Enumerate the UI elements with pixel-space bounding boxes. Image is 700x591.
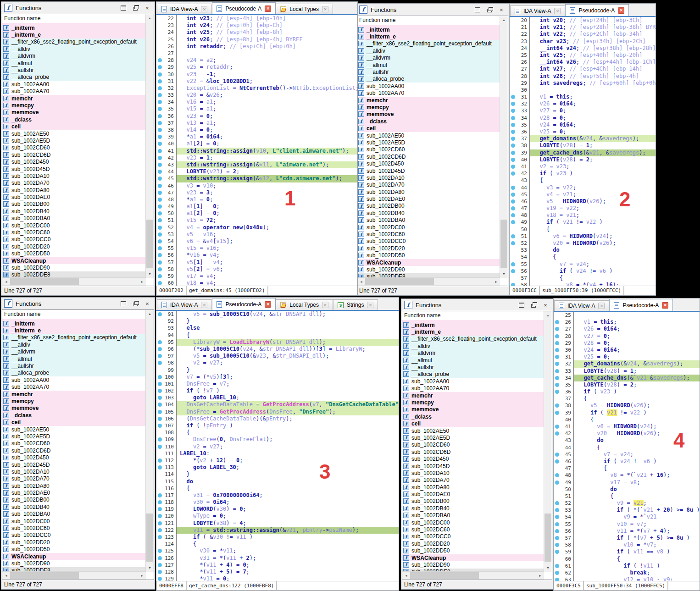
code-line[interactable]: 99 } (156, 367, 399, 374)
gutter[interactable]: 38 (156, 127, 177, 133)
function-row[interactable]: f__alldiv (357, 47, 500, 54)
gutter[interactable]: 43 (554, 437, 574, 444)
function-row[interactable]: fsub_1002DBA0 (357, 217, 500, 224)
code-line[interactable]: 32 ExceptionList = NtCurrentTeb()->NtTib… (156, 85, 357, 92)
float-button[interactable] (132, 300, 139, 307)
gutter[interactable]: 46 (554, 458, 574, 465)
breakpoint-dot-icon[interactable] (511, 199, 515, 204)
gutter[interactable]: 39 (554, 409, 574, 416)
code-line[interactable]: 26 __int64 v26; // [esp+44h] [ebp-1Ch] (510, 59, 656, 66)
gutter[interactable]: 56 (554, 528, 574, 535)
function-row[interactable]: fsub_1002DB40 (2, 208, 146, 215)
function-row[interactable]: fsub_1002DB00 (402, 498, 544, 505)
breakpoint-dot-icon[interactable] (158, 226, 162, 230)
code-line[interactable]: 56 *v16 = v4; (156, 252, 357, 259)
breakpoint-dot-icon[interactable] (158, 274, 162, 278)
gutter[interactable]: 38 (510, 142, 530, 149)
function-row[interactable]: fsub_1002DC00 (402, 519, 544, 526)
breakpoint-dot-icon[interactable] (511, 262, 515, 266)
function-row[interactable]: fsub_1002AE50 (402, 427, 544, 434)
gutter[interactable]: 113 (156, 464, 177, 471)
code-line[interactable]: 96 (*sub_10005C10(v24, &str_DNSAPI_dll))… (156, 346, 399, 353)
code-line[interactable]: 32 get_domains(&v24, &savedregs); (554, 360, 700, 367)
breakpoint-dot-icon[interactable] (158, 246, 162, 250)
gutter[interactable]: 25 (510, 52, 530, 59)
horizontal-scrollbar[interactable]: ◄ ► (2, 571, 146, 580)
code-line[interactable]: 58 v8 = *(v4 + 16); (510, 282, 656, 286)
code-line[interactable]: 95 LibraryW = LoadLibraryW(str_DNSAPI_dl… (156, 339, 399, 346)
breakpoint-dot-icon[interactable] (511, 116, 515, 120)
gutter[interactable]: 31 (510, 94, 530, 100)
breakpoint-dot-icon[interactable] (555, 341, 559, 345)
tab-ida-view-a[interactable]: IDA View-A× (157, 4, 212, 14)
function-row[interactable]: fmemcpy (357, 104, 500, 110)
gutter[interactable]: 101 (156, 381, 177, 387)
gutter[interactable]: 23 (510, 38, 530, 45)
gutter[interactable]: 58 (554, 541, 574, 548)
code-line[interactable]: 47 v23 = 3; (156, 189, 357, 196)
function-row[interactable]: fsub_1002AE50 (357, 132, 500, 139)
gutter[interactable]: 96 (156, 346, 177, 353)
code-line[interactable]: 42 v23 = 1; (156, 155, 357, 161)
code-line[interactable]: 47 v19 = v22; (510, 205, 656, 212)
breakpoint-dot-icon[interactable] (158, 361, 162, 365)
code-line[interactable]: 38 v5 = HIDWORD(v26); (554, 402, 700, 409)
code-line[interactable]: 50 { (510, 226, 656, 233)
function-row[interactable]: fsub_1002DD90 (402, 561, 544, 568)
breakpoint-dot-icon[interactable] (158, 445, 162, 449)
column-header-function-name[interactable]: Function name (402, 311, 552, 320)
breakpoint-dot-icon[interactable] (555, 571, 559, 575)
function-row[interactable]: f_initterm_e (2, 31, 146, 38)
function-row[interactable]: fsub_1002AA00 (2, 376, 146, 383)
code-line[interactable]: 62 break; (554, 569, 700, 576)
gutter[interactable]: 31 (554, 353, 574, 360)
maximize-button[interactable] (518, 302, 525, 308)
gutter[interactable]: 114 (156, 471, 177, 478)
gutter[interactable]: 40 (156, 140, 177, 147)
breakpoint-dot-icon[interactable] (511, 130, 515, 134)
function-row[interactable]: f__alloca_probe (402, 371, 544, 378)
gutter[interactable]: 33 (554, 368, 574, 375)
scroll-left-icon[interactable]: ◄ (5, 280, 8, 283)
code-line[interactable]: 48 v18 = v21; (510, 212, 656, 219)
breakpoint-dot-icon[interactable] (158, 100, 162, 104)
breakpoint-dot-icon[interactable] (158, 424, 162, 428)
function-row[interactable]: fsub_1002CD6D (2, 447, 146, 454)
breakpoint-dot-icon[interactable] (158, 347, 162, 351)
function-row[interactable]: fsub_1002DC00 (2, 518, 146, 525)
function-row[interactable]: f__aullshr (357, 68, 500, 75)
horizontal-scrollbar[interactable]: ◄ ► (357, 277, 500, 286)
code-line[interactable]: 38 LOBYTE(v28) = 1; (510, 142, 656, 149)
function-row[interactable]: fsub_1002DAE0 (357, 195, 500, 202)
function-row[interactable]: fsub_1002AA70 (2, 384, 146, 391)
code-line[interactable]: 53 do (510, 247, 656, 254)
gutter[interactable]: 45 (510, 191, 530, 198)
function-row[interactable]: fsub_1002DD50 (402, 547, 544, 554)
code-line[interactable]: 35 LOBYTE(v28) = 2; (554, 381, 700, 388)
code-line[interactable]: 52 v20 = HIDWORD(v26); (510, 240, 656, 247)
horizontal-scrollbar[interactable]: ◄ ► (2, 277, 146, 286)
code-line[interactable]: 58 v10 = *v7; (554, 541, 700, 548)
function-row[interactable]: f__filter_x86_sse2_floating_point_except… (2, 334, 146, 341)
breakpoint-dot-icon[interactable] (158, 528, 162, 532)
function-row[interactable]: fmemmove (357, 111, 500, 118)
scroll-right-icon[interactable]: ► (140, 574, 144, 577)
scrollbar-thumb[interactable] (146, 514, 153, 562)
breakpoint-dot-icon[interactable] (511, 123, 515, 127)
close-button[interactable]: × (498, 6, 505, 13)
breakpoint-dot-icon[interactable] (555, 459, 559, 464)
breakpoint-dot-icon[interactable] (158, 58, 162, 62)
function-row[interactable]: fsub_1002DD20 (2, 243, 146, 250)
scroll-up-icon[interactable]: ▲ (146, 17, 154, 20)
gutter[interactable]: 30 (156, 71, 177, 78)
close-button[interactable]: × (144, 5, 151, 11)
function-row[interactable]: fsub_1002D450 (357, 160, 500, 167)
code-line[interactable]: 33 v20 = &v26; (156, 92, 357, 99)
float-button[interactable] (132, 5, 139, 11)
gutter[interactable]: 35 (510, 122, 530, 128)
gutter[interactable]: 63 (554, 576, 574, 581)
function-row[interactable]: fsub_1002AA00 (2, 81, 146, 88)
function-row[interactable]: f__alloca_probe (2, 74, 146, 81)
breakpoint-dot-icon[interactable] (158, 389, 162, 393)
float-button[interactable] (486, 6, 493, 13)
